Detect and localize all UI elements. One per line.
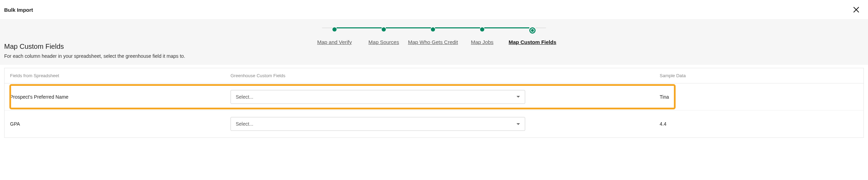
step-dot-current-icon [529, 27, 536, 34]
step-label[interactable]: Map and Verify [317, 39, 352, 45]
spreadsheet-field-name: GPA [5, 118, 225, 130]
close-icon [853, 6, 860, 13]
stepper-connector-lead [322, 27, 332, 28]
mapping-table: Fields from Spreadsheet Greenhouse Custo… [4, 68, 864, 138]
stepper-connector [435, 27, 480, 28]
step-dot-icon [332, 27, 337, 32]
table-row: GPA Select... 4.4 [5, 110, 863, 137]
step-label[interactable]: Map Sources [368, 39, 399, 45]
select-placeholder: Select... [236, 94, 253, 100]
custom-field-cell: Select... [225, 87, 654, 107]
step-map-jobs[interactable]: Map Jobs [480, 27, 484, 32]
step-label[interactable]: Map Custom Fields [509, 39, 556, 45]
step-map-custom-fields[interactable]: Map Custom Fields [529, 27, 536, 34]
table-row: Prospect's Preferred Name Select... Tina [5, 83, 863, 110]
column-header-sample: Sample Data [654, 68, 863, 83]
step-map-and-verify[interactable]: Map and Verify [332, 27, 337, 32]
greenhouse-field-select[interactable]: Select... [231, 90, 525, 104]
column-header-custom: Greenhouse Custom Fields [225, 68, 654, 83]
greenhouse-field-select[interactable]: Select... [231, 117, 525, 131]
step-label[interactable]: Map Jobs [471, 39, 493, 45]
modal-title: Bulk Import [4, 7, 33, 13]
stepper-connector-trail [536, 27, 546, 28]
step-map-sources[interactable]: Map Sources [382, 27, 386, 32]
sample-data-value: 4.4 [654, 118, 863, 130]
sample-data-value: Tina [654, 91, 863, 103]
table-header-row: Fields from Spreadsheet Greenhouse Custo… [5, 68, 863, 83]
caret-down-icon [517, 123, 520, 125]
column-header-fields: Fields from Spreadsheet [5, 68, 225, 83]
stepper-connector [484, 27, 529, 28]
modal-header: Bulk Import [0, 0, 868, 19]
spreadsheet-field-name: Prospect's Preferred Name [5, 91, 225, 103]
select-placeholder: Select... [236, 121, 253, 127]
caret-down-icon [517, 96, 520, 98]
step-dot-icon [382, 27, 386, 32]
map-custom-fields-section: Map Custom Fields For each column header… [0, 43, 868, 138]
progress-stepper: Map and Verify Map Sources Map Who Gets … [0, 27, 868, 34]
section-description: For each column header in your spreadshe… [4, 53, 864, 59]
close-button[interactable] [851, 5, 861, 15]
step-map-who-gets-credit[interactable]: Map Who Gets Credit [431, 27, 435, 32]
stepper-connector [337, 27, 382, 28]
custom-field-cell: Select... [225, 114, 654, 134]
stepper-connector [386, 27, 431, 28]
step-dot-icon [431, 27, 435, 32]
step-dot-icon [480, 27, 484, 32]
step-label[interactable]: Map Who Gets Credit [408, 39, 458, 45]
